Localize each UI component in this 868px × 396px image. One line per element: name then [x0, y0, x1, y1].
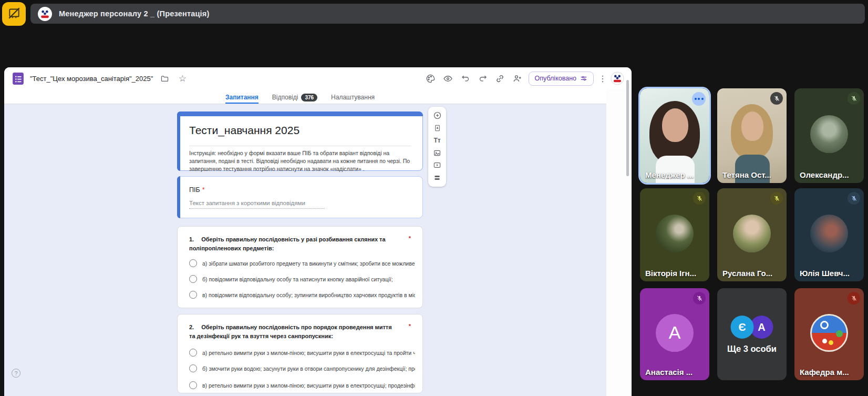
participant-name: Вікторія Ігн... — [645, 269, 706, 278]
mic-off-icon — [770, 92, 783, 105]
participant-name: Руслана Го... — [722, 269, 783, 278]
presentation-off-icon — [7, 6, 21, 22]
help-icon[interactable]: ? — [12, 369, 20, 378]
logo-leaf — [836, 330, 843, 337]
participant-tile-kafedra[interactable]: Кафедра м... — [794, 288, 864, 380]
avatar — [810, 215, 848, 252]
tab-settings[interactable]: Налаштування — [331, 89, 375, 104]
radio-button[interactable] — [189, 259, 197, 267]
logo-swirl — [820, 321, 829, 329]
add-image-icon[interactable] — [432, 148, 442, 158]
account-avatar[interactable] — [611, 72, 624, 85]
tab-settings-label: Налаштування — [331, 94, 375, 101]
google-forms-icon — [12, 72, 25, 85]
question-1-text: 1.Оберіть правильну послідовність у разі… — [189, 235, 397, 253]
selected-item-bar — [177, 176, 180, 218]
import-questions-icon[interactable] — [432, 123, 442, 133]
radio-button[interactable] — [189, 381, 197, 389]
form-editor-canvas: Тести_навчання 2025 Інструкція: необхідн… — [4, 104, 606, 396]
avatar — [656, 215, 694, 252]
radio-button[interactable] — [189, 349, 197, 357]
add-section-icon[interactable] — [432, 173, 442, 182]
shared-screen-google-forms: "Тест_"Цех морозива_санітарія"_2025" ☆ — [4, 67, 632, 396]
q2-option-v[interactable]: в) ретельно вимити руки з милом-піною; в… — [189, 381, 415, 389]
avatar-initial: А — [656, 314, 694, 352]
participant-name: Кафедра м... — [800, 368, 861, 377]
mic-off-icon — [848, 292, 860, 304]
theme-palette-icon[interactable] — [425, 72, 437, 85]
presentation-tab-strip[interactable]: Менеджер персоналу 2 _ (Презентація) — [30, 4, 865, 24]
undo-icon[interactable] — [459, 72, 472, 85]
required-asterisk: * — [409, 323, 411, 329]
avatar-logo — [810, 314, 848, 352]
radio-button[interactable] — [189, 291, 197, 299]
document-title[interactable]: "Тест_"Цех морозива_санітарія"_2025" — [30, 75, 153, 83]
q1-option-v[interactable]: в) повідомити відповідальну особу; зупин… — [189, 291, 415, 299]
selected-item-bar — [177, 111, 180, 171]
participant-tile-ruslana[interactable]: Руслана Го... — [717, 188, 787, 281]
participant-name: Анастасія ... — [645, 368, 706, 377]
participant-tile-viktoriia[interactable]: Вікторія Ігн... — [640, 188, 709, 281]
q2-option-a-label: а) ретельно вимити руки з милом-піною; в… — [202, 350, 415, 356]
logo-people — [822, 339, 827, 343]
responses-count-badge: 376 — [301, 94, 317, 101]
overflow-participants-tile[interactable]: Є А Ще 3 особи — [717, 288, 787, 380]
forms-tab-bar: Запитання Відповіді 376 Налаштування — [4, 89, 603, 104]
tab-responses[interactable]: Відповіді 376 — [272, 89, 317, 104]
form-title[interactable]: Тести_навчання 2025 — [189, 124, 299, 137]
title-divider — [189, 146, 411, 146]
participant-name: Юлія Шевч... — [800, 269, 861, 278]
mic-off-icon — [693, 292, 706, 304]
add-question-icon[interactable] — [432, 111, 442, 120]
logo-doc — [829, 340, 833, 345]
q2-option-b-label: б) змочити руки водою; засунути руки в о… — [202, 365, 415, 372]
tab-questions[interactable]: Запитання — [225, 89, 259, 104]
add-video-icon[interactable] — [432, 160, 442, 170]
question-card-pib[interactable]: ПІБ* Текст запитання з короткими відпові… — [177, 176, 423, 218]
avatar — [733, 215, 771, 252]
avatar-initial: Є — [731, 316, 754, 339]
q1-option-b-label: б) повідомити відповідальну особу та нат… — [202, 276, 393, 282]
tab-questions-label: Запитання — [225, 94, 259, 101]
q1-option-a-label: а) зібрати шматки розбитого предмету та … — [202, 260, 415, 267]
presentation-off-button[interactable] — [2, 2, 26, 26]
redo-icon[interactable] — [477, 72, 489, 85]
overflow-count-label: Ще 3 особи — [717, 344, 787, 354]
question-card-1[interactable]: 1.Оберіть правильну послідовність у разі… — [177, 226, 423, 308]
published-button-label: Опубліковано — [535, 75, 576, 82]
scrollbar-thumb[interactable] — [626, 80, 629, 176]
short-answer-placeholder[interactable]: Текст запитання з короткими відповідями — [189, 200, 325, 209]
mic-off-icon — [693, 192, 706, 205]
participant-tile-tetiana[interactable]: Тетяна Ост... — [717, 88, 787, 183]
tile-more-options-icon[interactable] — [692, 92, 706, 106]
question-card-2[interactable]: 2.Оберіть правильну послідовність про по… — [177, 314, 423, 393]
radio-button[interactable] — [189, 275, 197, 283]
rud-company-logo — [38, 7, 52, 21]
published-button[interactable]: Опубліковано — [529, 72, 594, 86]
participant-tile-oleksandr[interactable]: Олександр... — [794, 88, 864, 183]
q2-option-v-label: в) ретельно вимити руки з милом-піною; в… — [202, 382, 415, 389]
participant-tile-anastasiia[interactable]: А Анастасія ... — [640, 288, 709, 380]
q2-option-a[interactable]: а) ретельно вимити руки з милом-піною; в… — [189, 349, 415, 357]
q1-option-a[interactable]: а) зібрати шматки розбитого предмету та … — [189, 259, 415, 267]
star-icon[interactable]: ☆ — [176, 72, 189, 85]
preview-eye-icon[interactable] — [442, 72, 454, 85]
overflow-avatars: Є А — [731, 316, 773, 339]
copy-link-icon[interactable] — [494, 72, 507, 85]
q1-option-v-label: в) повідомити відповідальну особу; зупин… — [202, 292, 415, 298]
form-description[interactable]: Інструкція: необхідно у формі вказати ва… — [189, 149, 413, 173]
q2-option-b[interactable]: б) змочити руки водою; засунути руки в о… — [189, 364, 415, 372]
pib-question-label: ПІБ* — [189, 186, 205, 194]
more-options-kebab-icon[interactable]: ⋮ — [598, 74, 606, 84]
mic-off-icon — [848, 92, 860, 105]
participant-tile-manager[interactable]: Менеджер ... — [640, 88, 709, 183]
forms-header: "Тест_"Цех морозива_санітарія"_2025" ☆ — [4, 67, 632, 89]
add-collaborator-icon[interactable] — [511, 72, 524, 85]
form-title-card[interactable]: Тести_навчання 2025 Інструкція: необхідн… — [177, 111, 423, 171]
add-title-text-icon[interactable]: Тт — [432, 136, 442, 145]
move-to-folder-icon[interactable] — [158, 72, 171, 85]
q1-option-b[interactable]: б) повідомити відповідальну особу та нат… — [189, 275, 415, 283]
radio-button[interactable] — [189, 364, 197, 372]
participant-tile-yuliia[interactable]: Юлія Шевч... — [794, 188, 864, 281]
forms-side-toolbar: Тт — [428, 107, 446, 187]
